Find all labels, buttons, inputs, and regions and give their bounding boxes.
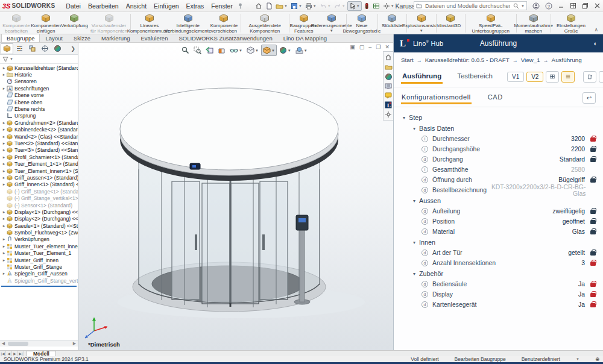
layout-icon[interactable] (570, 2, 576, 10)
fm-tab-displaymanager[interactable] (51, 43, 64, 54)
command-speedpak-unterbaugruppen-aktualisieren[interactable]: SpeedPak-Unterbaugruppen aktualisieren (466, 13, 516, 34)
tree-item[interactable]: ▸Display<1> (Durchgang) <<Standar (0, 209, 78, 215)
tree-item[interactable]: ▸Kabinendecke<2> (Standard) <<Sta (0, 127, 78, 133)
hub-user-icon[interactable]: ◖ (593, 40, 597, 47)
status-units[interactable]: Benutzerdefiniert (522, 356, 560, 362)
dropdown-caret-icon[interactable]: ▼ (330, 29, 333, 33)
tab-nav-last-icon[interactable]: ▶| (18, 351, 24, 356)
tree-item[interactable]: ▸Verknüpfungen (0, 236, 78, 243)
command-momentaufnahme-machen[interactable]: Momentaufnahme machen (517, 13, 550, 34)
tab-nav-next-icon[interactable]: ▶ (12, 351, 18, 356)
tree-item[interactable]: Muster_Griff_Stange (0, 263, 78, 270)
command-intelligente-verbindungselemente[interactable]: Intelligente Verbindungselemente (168, 13, 208, 34)
expand-icon[interactable]: ▸ (1, 134, 7, 139)
expand-icon[interactable]: ▸ (1, 244, 7, 249)
param-row-durchgang[interactable]: dDurchgangStandard (396, 154, 597, 165)
bom-icon[interactable] (371, 2, 381, 10)
expand-icon[interactable]: ▸ (1, 66, 7, 71)
dark-lock-icon[interactable] (590, 210, 596, 214)
tree-horizontal-scrollbar[interactable]: ◀ ▶ (0, 340, 78, 347)
open-folder-icon[interactable] (385, 63, 393, 71)
expand-icon[interactable]: ▸ (1, 169, 7, 174)
doc-split-icon[interactable]: ▢ (359, 44, 365, 50)
tree-item[interactable]: ▸Griff_aussen<1> (Standard) <<Stand (0, 174, 78, 181)
zoom-area-icon[interactable] (192, 45, 203, 56)
red-lock-icon[interactable] (590, 303, 596, 307)
tree-item[interactable]: Symbol_Fluchtweg<1> (Zweifach_F (0, 229, 78, 236)
param-row-durchmesser[interactable]: iDurchmesser3200 (396, 134, 597, 144)
param-value[interactable]: Bügelgriff (558, 177, 585, 183)
param-value[interactable]: KDT-3200x2200x3/2-B-D-CR-BG-Glas (487, 184, 586, 197)
param-value[interactable]: 3200 (571, 136, 585, 142)
restore-icon[interactable] (582, 2, 589, 10)
command-neue-bewegungsstudie[interactable]: Neue Bewegungsstudie (347, 13, 376, 34)
expand-icon[interactable]: ▸ (1, 251, 7, 256)
tree-item[interactable]: ▸Tuer<2> (Standard) <<Standard>_A (0, 140, 78, 146)
tab-layout[interactable]: Layout (40, 34, 68, 42)
tab-nav-prev-icon[interactable]: ◀ (6, 351, 12, 356)
param-row-art-der-tür[interactable]: dArt der Türgeteilt (396, 248, 597, 258)
home-icon[interactable] (254, 2, 264, 10)
select-icon[interactable]: ▼ (347, 1, 362, 11)
tree-item[interactable]: ▸Muster_Griff_innen (0, 257, 78, 263)
hub-tab-ausführung[interactable]: Ausführung (401, 70, 443, 84)
collapse-caret-icon[interactable]: ▾ (401, 115, 407, 121)
param-row-display[interactable]: dDisplayJa (396, 289, 597, 300)
collapse-caret-icon[interactable]: ▾ (411, 271, 417, 277)
list-view-button[interactable] (561, 71, 575, 83)
fm-tab-propertymanager[interactable] (13, 43, 26, 54)
tree-item[interactable]: Ursprung (0, 113, 78, 119)
expand-icon[interactable]: ▸ (1, 72, 7, 77)
feature-tree-filter[interactable]: ▼ (0, 55, 78, 64)
param-group-innen[interactable]: ▾Innen (396, 237, 597, 248)
return-button[interactable]: ↩ (582, 92, 596, 104)
expand-icon[interactable]: ▸ (1, 127, 7, 132)
tree-item[interactable]: ▸Spiegeln_Griff_Aussen (0, 271, 78, 277)
dark-lock-icon[interactable] (590, 158, 596, 162)
param-value[interactable]: Ja (578, 301, 585, 308)
forum-icon[interactable] (385, 92, 392, 99)
command-ausgeblendete-komponenten-anzeigen[interactable]: Ausgeblendete Komponenten anzeigen (241, 13, 288, 34)
expand-icon[interactable]: ▸ (1, 271, 7, 276)
expand-icon[interactable]: ▸ (1, 162, 7, 166)
tree-item[interactable]: Ebene oben (0, 99, 78, 105)
tab-baugruppe[interactable]: Baugruppe (1, 34, 40, 42)
param-group-step[interactable]: ▾Step (396, 112, 597, 123)
tree-item[interactable]: ▸Muster_Tuer_Element_1 (0, 250, 78, 257)
expand-icon[interactable]: ▸ (1, 216, 7, 221)
tree-item[interactable]: Ebene vorne (0, 92, 78, 99)
param-value[interactable]: Standard (560, 156, 585, 163)
param-value[interactable]: 2580 (571, 166, 585, 173)
red-lock-icon[interactable] (590, 262, 596, 266)
view-orientation-icon[interactable]: ▼ (261, 45, 277, 56)
command-instant3d[interactable]: Instant3D (437, 13, 464, 34)
menu-fenster[interactable]: Fenster (207, 1, 236, 11)
param-group-zubehör[interactable]: ▾Zubehör (396, 268, 597, 279)
tab-markierung[interactable]: Markierung (96, 34, 136, 42)
section-view-icon[interactable] (216, 45, 227, 56)
menu-datei[interactable]: Datei (62, 1, 84, 11)
scene-icon[interactable]: ▼ (294, 45, 309, 56)
settings-icon[interactable] (385, 111, 392, 118)
param-row-durchgangshöhe[interactable]: iDurchgangshöhe2200 (396, 144, 597, 154)
scroll-thumb[interactable] (8, 342, 28, 346)
breadcrumb-item-karusselldrehtür-0-0-5-draft[interactable]: Karusselldrehtür: 0.0.5 - DRAFT (425, 57, 510, 63)
scroll-right-icon[interactable]: ▶ (71, 341, 78, 346)
menu-bearbeiten[interactable]: Bearbeiten (84, 1, 122, 11)
tree-item[interactable]: Ebene rechts (0, 105, 78, 112)
hub-tab-testbereich[interactable]: Testbereich (456, 70, 494, 84)
command-einstellungen-große-baugruppe[interactable]: Einstellungen Große Baugruppe (552, 13, 591, 34)
tree-root-item[interactable]: ▸Karusselldrehtuer (Standard) <Anzeigezu… (0, 64, 78, 71)
param-value[interactable]: Ja (578, 291, 585, 298)
breadcrumb-item-start[interactable]: Start (401, 57, 414, 63)
subtab-cad[interactable]: CAD (487, 92, 504, 104)
status-globe-icon[interactable]: ⊕ (595, 356, 599, 362)
fm-tab-configurationmanager[interactable] (26, 43, 39, 54)
tab-lino-da-mapping[interactable]: Lino DA Mapping (278, 34, 332, 42)
param-row-position[interactable]: dPositiongeöffnet (396, 216, 597, 227)
custom-properties-icon[interactable] (385, 83, 392, 90)
status-units-dropdown-icon[interactable]: ▼ (576, 357, 579, 361)
fm-tab-featuremanager[interactable] (1, 43, 13, 54)
rollback-bar[interactable] (1, 286, 77, 287)
minimize-icon[interactable] (558, 2, 564, 10)
